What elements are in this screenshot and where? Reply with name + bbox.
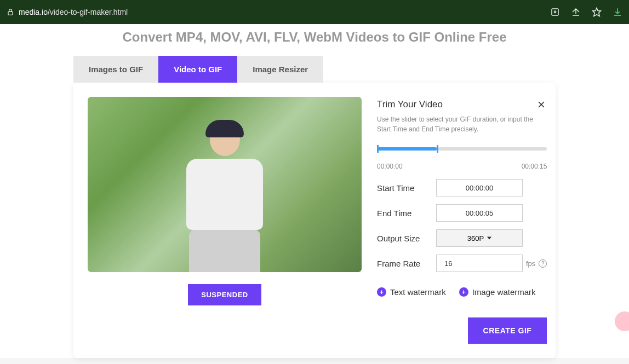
url-section[interactable]: media.io/video-to-gif-maker.html	[7, 8, 550, 16]
start-time-input[interactable]	[436, 179, 523, 197]
page-title: Convert MP4, MOV, AVI, FLV, WebM Videos …	[0, 24, 629, 56]
trim-slider[interactable]	[377, 144, 547, 160]
tabs: Images to GIF Video to GIF Image Resizer	[73, 56, 556, 83]
frame-rate-row: Frame Rate fps ?	[377, 255, 547, 272]
video-preview[interactable]	[88, 97, 362, 272]
slider-end-label: 00:00:15	[522, 163, 547, 170]
output-size-value: 360P	[467, 234, 484, 242]
frame-rate-input[interactable]	[436, 255, 523, 272]
tab-image-resizer[interactable]: Image Resizer	[237, 56, 323, 83]
tab-video-to-gif[interactable]: Video to GIF	[158, 56, 237, 83]
share-icon[interactable]	[571, 7, 581, 17]
start-time-row: Start Time	[377, 179, 547, 197]
browser-address-bar: media.io/video-to-gif-maker.html	[0, 0, 629, 24]
close-icon[interactable]	[536, 99, 547, 110]
start-time-label: Start Time	[377, 183, 436, 193]
end-time-input[interactable]	[436, 204, 523, 222]
panel: SUSPENDED Trim Your Video Use the slider…	[73, 83, 556, 358]
create-gif-button[interactable]: CREATE GIF	[468, 317, 547, 344]
text-watermark-label: Text watermark	[390, 287, 446, 297]
frame-rate-label: Frame Rate	[377, 259, 436, 268]
output-size-select[interactable]: 360P	[436, 229, 523, 247]
plus-icon: +	[459, 287, 468, 297]
info-icon[interactable]: ?	[539, 259, 547, 268]
end-time-row: End Time	[377, 204, 547, 222]
settings-description: Use the slider to select your GIF durati…	[377, 114, 547, 134]
settings-header: Trim Your Video	[377, 99, 547, 110]
image-watermark-label: Image watermark	[472, 287, 536, 297]
slider-end-handle[interactable]	[437, 145, 438, 153]
url-text: media.io/video-to-gif-maker.html	[19, 8, 128, 16]
svg-marker-2	[593, 8, 601, 16]
watermark-row: + Text watermark + Image watermark	[377, 287, 547, 297]
caret-down-icon	[487, 236, 491, 240]
settings-side: Trim Your Video Use the slider to select…	[377, 97, 547, 344]
svg-marker-3	[487, 237, 491, 240]
video-side: SUSPENDED	[88, 97, 362, 344]
settings-title: Trim Your Video	[377, 99, 443, 110]
video-figure	[175, 123, 274, 272]
page-content: Convert MP4, MOV, AVI, FLV, WebM Videos …	[0, 24, 629, 358]
browser-actions	[550, 7, 622, 17]
tab-images-to-gif[interactable]: Images to GIF	[73, 56, 158, 83]
lock-icon	[7, 8, 14, 16]
end-time-label: End Time	[377, 209, 436, 218]
install-icon[interactable]	[550, 7, 560, 17]
download-icon[interactable]	[613, 7, 622, 17]
text-watermark-button[interactable]: + Text watermark	[377, 287, 446, 297]
svg-rect-0	[8, 11, 13, 15]
fps-label: fps	[526, 259, 535, 268]
star-icon[interactable]	[592, 7, 602, 17]
output-size-label: Output Size	[377, 234, 436, 243]
main-container: Images to GIF Video to GIF Image Resizer…	[73, 56, 556, 358]
suspended-button[interactable]: SUSPENDED	[188, 284, 261, 305]
slider-labels: 00:00:00 00:00:15	[377, 163, 547, 170]
image-watermark-button[interactable]: + Image watermark	[459, 287, 536, 297]
plus-icon: +	[377, 287, 386, 297]
output-size-row: Output Size 360P	[377, 229, 547, 247]
slider-start-label: 00:00:00	[377, 163, 403, 170]
slider-start-handle[interactable]	[377, 145, 379, 153]
